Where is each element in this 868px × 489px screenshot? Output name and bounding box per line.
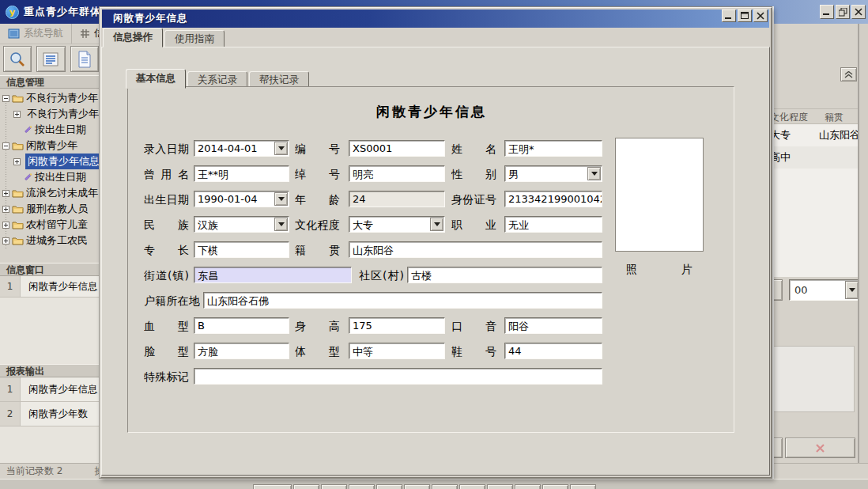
- tree-item-fuxing[interactable]: 服刑在教人员: [0, 201, 99, 217]
- dropdown-arrow-icon[interactable]: [274, 192, 288, 206]
- ethnicity-combobox[interactable]: 汉族: [194, 216, 289, 233]
- tab-system-nav[interactable]: 系统导航: [0, 24, 72, 44]
- expand-box-icon[interactable]: [13, 111, 21, 118]
- background-content-panel: 文化程度 籍贯 大专 山东阳谷 高中 00: [772, 24, 868, 479]
- expand-box-icon[interactable]: [2, 237, 9, 244]
- tree-item-xiansan[interactable]: 闲散青少年: [0, 138, 99, 154]
- folder-icon: [12, 220, 24, 229]
- print-preview-icon[interactable]: [542, 484, 568, 489]
- monitor-icon: [8, 28, 20, 39]
- dropdown-arrow-icon[interactable]: [845, 281, 859, 299]
- tree-item-jincheng[interactable]: 进城务工农民: [0, 233, 99, 248]
- delete-record-icon[interactable]: [404, 484, 430, 489]
- photo-label: 照 片: [626, 263, 693, 277]
- partial-button[interactable]: [772, 438, 783, 458]
- form-list-icon[interactable]: [36, 46, 65, 72]
- add-button[interactable]: 增加: [253, 484, 292, 489]
- tree-item-label: 服刑在教人员: [26, 202, 88, 216]
- partial-button[interactable]: [772, 279, 783, 301]
- former-name-field[interactable]: 王**明: [194, 165, 289, 182]
- street-label: 街道(镇): [144, 269, 189, 283]
- dropdown-arrow-icon[interactable]: [587, 167, 601, 180]
- table-row[interactable]: 高中: [772, 146, 860, 169]
- height-field[interactable]: 175: [349, 317, 445, 334]
- id-number-label: 身份证号: [451, 193, 496, 207]
- edit-record-icon[interactable]: [432, 484, 458, 489]
- background-combobox[interactable]: 00: [789, 279, 860, 301]
- accent-field[interactable]: 阳谷: [504, 317, 602, 334]
- wand-icon: [23, 172, 32, 182]
- expand-box-icon[interactable]: [2, 222, 9, 229]
- maximize-icon[interactable]: [738, 9, 752, 22]
- community-field[interactable]: 古楼: [407, 267, 602, 283]
- table-row[interactable]: 大专 山东阳谷: [772, 124, 860, 146]
- collapse-box-icon[interactable]: [2, 95, 9, 102]
- number-field[interactable]: XS0001: [349, 140, 445, 157]
- household-field[interactable]: 山东阳谷石佛: [203, 292, 602, 309]
- blood-type-field[interactable]: B: [194, 317, 289, 334]
- education-combobox[interactable]: 大专: [349, 216, 445, 233]
- entry-date-combobox[interactable]: 2014-04-01: [194, 140, 289, 157]
- close-icon[interactable]: [753, 9, 768, 22]
- tree-item-xiansan-info-selected[interactable]: 闲散青少年信息: [0, 154, 99, 169]
- column-header-nativeplace[interactable]: 籍贯: [823, 109, 843, 123]
- dropdown-arrow-icon[interactable]: [274, 218, 288, 231]
- collapse-box-icon[interactable]: [2, 142, 9, 150]
- gender-combobox[interactable]: 男: [504, 165, 602, 182]
- tree-item-buliang-child[interactable]: 不良行为青少年: [0, 106, 99, 122]
- search-icon[interactable]: [3, 46, 32, 72]
- body-type-field[interactable]: 中等: [349, 343, 445, 359]
- tab-info-operate[interactable]: 信息操作: [103, 28, 163, 47]
- close-x-button[interactable]: [785, 438, 855, 458]
- first-record-icon[interactable]: [293, 484, 319, 489]
- tree-item-liulang[interactable]: 流浪乞讨未成年: [0, 185, 99, 201]
- face-shape-field[interactable]: 方脸: [194, 343, 289, 359]
- tab-user-guide[interactable]: 使用指南: [164, 30, 225, 47]
- expand-box-icon[interactable]: [2, 190, 9, 197]
- cancel-edit-icon[interactable]: [487, 484, 513, 489]
- tree-item-by-birthdate-2[interactable]: 按出生日期: [0, 169, 99, 185]
- collapse-up-icon[interactable]: [840, 67, 857, 82]
- age-field: 24: [349, 191, 445, 207]
- print-icon[interactable]: [515, 484, 541, 489]
- list-item[interactable]: 1 闲散青少年信息: [0, 377, 99, 402]
- native-place-field[interactable]: 山东阳谷: [349, 241, 602, 258]
- minimize-icon[interactable]: [722, 9, 736, 22]
- restore-icon[interactable]: [836, 5, 850, 19]
- close-icon[interactable]: [851, 5, 866, 19]
- dropdown-arrow-icon[interactable]: [274, 142, 288, 155]
- specialty-field[interactable]: 下棋: [194, 241, 289, 258]
- prior-record-icon[interactable]: [321, 484, 347, 489]
- column-header-education[interactable]: 文化程度: [772, 109, 823, 123]
- next-record-icon[interactable]: [349, 484, 375, 489]
- dropdown-arrow-icon[interactable]: [430, 218, 443, 231]
- tree-item-label: 按出生日期: [35, 123, 86, 137]
- ethnicity-label: 民 族: [144, 218, 189, 233]
- street-field[interactable]: 东昌: [194, 267, 352, 283]
- list-item[interactable]: 1 闲散青少年信息: [0, 276, 99, 298]
- grid-icon: [80, 28, 90, 39]
- report-document-icon[interactable]: [70, 46, 99, 72]
- post-record-icon[interactable]: [459, 484, 485, 489]
- birth-date-combobox[interactable]: 1990-01-04: [194, 191, 289, 207]
- id-number-field[interactable]: 2133421990010423: [504, 191, 602, 207]
- table-header-row: 文化程度 籍贯: [772, 108, 860, 124]
- tab-basic-info[interactable]: 基本信息: [126, 69, 186, 89]
- gender-label: 性 别: [451, 168, 496, 182]
- dialog-titlebar[interactable]: 闲散青少年信息: [102, 9, 769, 28]
- nickname-field[interactable]: 明亮: [349, 165, 445, 182]
- occupation-field[interactable]: 无业: [504, 216, 602, 233]
- special-marks-field[interactable]: [194, 368, 602, 385]
- expand-box-icon[interactable]: [2, 206, 9, 213]
- tree-item-by-birthdate-1[interactable]: 按出生日期: [0, 122, 99, 138]
- tree-item-nongcun[interactable]: 农村留守儿童: [0, 217, 99, 233]
- minimize-icon[interactable]: [820, 5, 834, 19]
- shoe-size-field[interactable]: 44: [504, 343, 602, 359]
- list-item[interactable]: 2 闲散青少年数: [0, 402, 99, 426]
- tree-item-buliang[interactable]: 不良行为青少年: [0, 90, 99, 106]
- expand-box-icon[interactable]: [13, 158, 21, 165]
- last-record-icon[interactable]: [376, 484, 402, 489]
- photo-box[interactable]: [615, 138, 704, 252]
- execute-icon[interactable]: [570, 484, 596, 489]
- name-field[interactable]: 王明*: [504, 140, 602, 157]
